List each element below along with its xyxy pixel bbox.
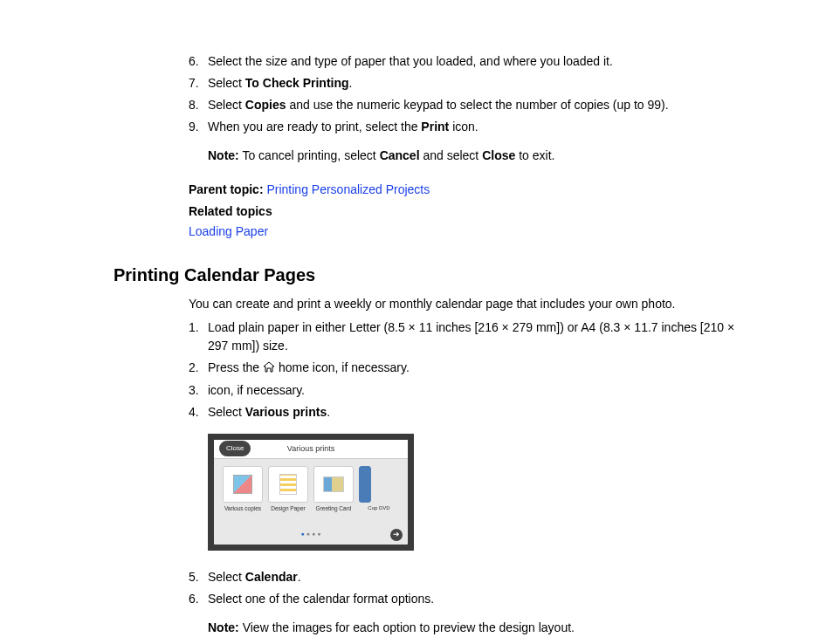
home-icon (263, 360, 275, 378)
cal-step-6: 6. Select one of the calendar format opt… (189, 590, 746, 608)
tile-design-paper: Design Paper (268, 466, 308, 511)
related-topics-heading: Related topics (189, 202, 746, 221)
cal-step-4: 4. Select Various prints. (189, 403, 746, 421)
step-8: 8. Select Copies and use the numeric key… (189, 96, 746, 114)
parent-topic: Parent topic: Printing Personalized Proj… (189, 181, 746, 199)
top-steps: 6. Select the size and type of paper tha… (189, 52, 746, 136)
note-cancel: Note: To cancel printing, select Cancel … (208, 147, 746, 165)
next-arrow-icon: ➔ (390, 529, 403, 541)
tile-greeting-card: Greeting Card (313, 466, 354, 511)
design-paper-icon (268, 466, 308, 503)
related-link-loading-paper[interactable]: Loading Paper (189, 224, 268, 238)
calendar-steps: 1. Load plain paper in either Letter (8.… (189, 319, 746, 421)
printer-screen-illustration: Various prints Close Various copies Desi… (208, 434, 414, 551)
partial-tile-icon (359, 466, 371, 503)
cal-step-1: 1. Load plain paper in either Letter (8.… (189, 319, 746, 355)
note-preview: Note: View the images for each option to… (208, 619, 746, 637)
various-copies-icon (223, 466, 263, 503)
section-heading: Printing Calendar Pages (114, 262, 746, 288)
step-6: 6. Select the size and type of paper tha… (189, 52, 746, 71)
screen-header: Various prints Close (214, 440, 408, 459)
intro-text: You can create and print a weekly or mon… (189, 295, 746, 313)
tile-various-copies: Various copies (223, 466, 263, 511)
cal-step-5: 5. Select Calendar. (189, 568, 746, 586)
greeting-card-icon (313, 466, 354, 503)
screen-title: Various prints (214, 443, 408, 456)
step-7: 7. Select To Check Printing. (189, 74, 746, 92)
tiles-row: Various copies Design Paper Greeting Car… (214, 459, 408, 515)
cal-step-2: 2. Press the home icon, if necessary. (189, 359, 746, 378)
parent-topic-link[interactable]: Printing Personalized Projects (266, 182, 430, 196)
screen: Various prints Close Various copies Desi… (214, 440, 408, 545)
cal-step-3: 3. icon, if necessary. (189, 381, 746, 400)
step-9: 9. When you are ready to print, select t… (189, 118, 746, 136)
after-steps: 5. Select Calendar. 6. Select one of the… (189, 568, 746, 608)
page-dots: ● ● ● ● (214, 530, 408, 539)
tile-partial: Cop DVD (359, 466, 399, 511)
